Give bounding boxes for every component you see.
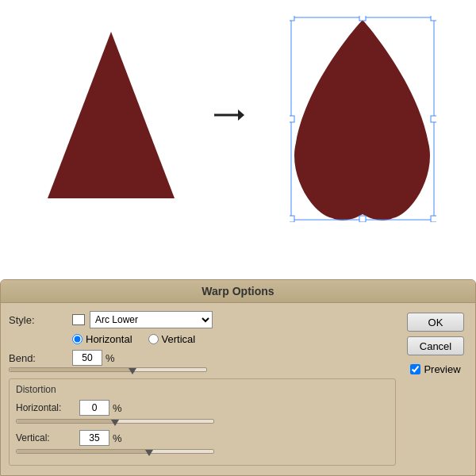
canvas-area bbox=[0, 0, 476, 234]
distortion-title: Distortion bbox=[16, 384, 389, 395]
dist-horizontal-slider-fill bbox=[17, 420, 115, 423]
preview-label: Preview bbox=[424, 363, 460, 375]
svg-rect-11 bbox=[431, 116, 436, 122]
dialog-right-panel: OK Cancel Preview bbox=[396, 311, 467, 466]
dist-horizontal-row: Horizontal: % bbox=[16, 400, 389, 416]
bend-slider-fill bbox=[10, 368, 132, 371]
distortion-group: Distortion Horizontal: % Vertical: bbox=[9, 378, 396, 466]
style-icon bbox=[72, 314, 85, 325]
style-select[interactable]: Arc Lower Arc Arc Upper Arch Bulge Shell… bbox=[90, 311, 213, 328]
dist-vertical-row: Vertical: % bbox=[16, 430, 389, 446]
horizontal-label: Horizontal bbox=[86, 333, 132, 345]
bend-slider-track[interactable] bbox=[9, 367, 207, 372]
bend-input[interactable] bbox=[72, 350, 102, 366]
transform-arrow bbox=[213, 103, 244, 129]
dist-vertical-label: Vertical: bbox=[16, 432, 79, 443]
warped-shape bbox=[290, 16, 436, 225]
vertical-radio[interactable] bbox=[148, 334, 159, 344]
bend-slider-thumb[interactable] bbox=[129, 368, 136, 376]
svg-rect-4 bbox=[290, 16, 294, 21]
orientation-row: Horizontal Vertical bbox=[72, 333, 396, 345]
dist-vertical-slider-thumb[interactable] bbox=[145, 450, 153, 458]
dist-horizontal-slider-container bbox=[16, 419, 389, 424]
dist-vertical-slider-fill bbox=[17, 450, 149, 453]
warp-options-dialog: Warp Options Style: Arc Lower Arc Arc Up… bbox=[0, 279, 476, 476]
svg-rect-8 bbox=[359, 16, 366, 21]
dist-horizontal-input[interactable] bbox=[79, 400, 109, 416]
vertical-option[interactable]: Vertical bbox=[148, 333, 196, 345]
dist-vertical-slider-track[interactable] bbox=[16, 449, 214, 454]
dist-vertical-percent: % bbox=[113, 432, 122, 444]
preview-row: Preview bbox=[410, 363, 460, 375]
dialog-body: Style: Arc Lower Arc Arc Upper Arch Bulg… bbox=[1, 303, 475, 475]
dist-horizontal-percent: % bbox=[113, 402, 122, 414]
style-select-wrapper: Arc Lower Arc Arc Upper Arch Bulge Shell… bbox=[72, 311, 213, 328]
dialog-left-panel: Style: Arc Lower Arc Arc Upper Arch Bulg… bbox=[9, 311, 396, 466]
bend-row: Bend: % bbox=[9, 350, 396, 366]
svg-rect-10 bbox=[290, 116, 294, 122]
dist-vertical-input[interactable] bbox=[79, 430, 109, 446]
bend-slider-container bbox=[9, 367, 396, 372]
original-shape bbox=[48, 24, 175, 209]
svg-marker-0 bbox=[48, 32, 175, 198]
dist-horizontal-label: Horizontal: bbox=[16, 402, 79, 413]
dialog-title: Warp Options bbox=[1, 280, 475, 303]
svg-marker-2 bbox=[238, 109, 244, 121]
preview-checkbox[interactable] bbox=[410, 364, 420, 374]
svg-rect-6 bbox=[290, 216, 294, 222]
style-label: Style: bbox=[9, 314, 72, 326]
horizontal-radio[interactable] bbox=[72, 334, 83, 344]
bend-percent: % bbox=[106, 352, 115, 364]
dist-vertical-slider-container bbox=[16, 449, 389, 454]
bend-label: Bend: bbox=[9, 352, 72, 364]
dist-horizontal-slider-thumb[interactable] bbox=[111, 420, 119, 428]
ok-button[interactable]: OK bbox=[407, 313, 464, 332]
dist-horizontal-slider-track[interactable] bbox=[16, 419, 214, 424]
vertical-label: Vertical bbox=[162, 333, 196, 345]
horizontal-option[interactable]: Horizontal bbox=[72, 333, 132, 345]
style-row: Style: Arc Lower Arc Arc Upper Arch Bulg… bbox=[9, 311, 396, 328]
svg-rect-7 bbox=[431, 216, 436, 222]
svg-rect-5 bbox=[431, 16, 436, 21]
cancel-button[interactable]: Cancel bbox=[407, 336, 464, 355]
svg-rect-9 bbox=[359, 216, 366, 222]
